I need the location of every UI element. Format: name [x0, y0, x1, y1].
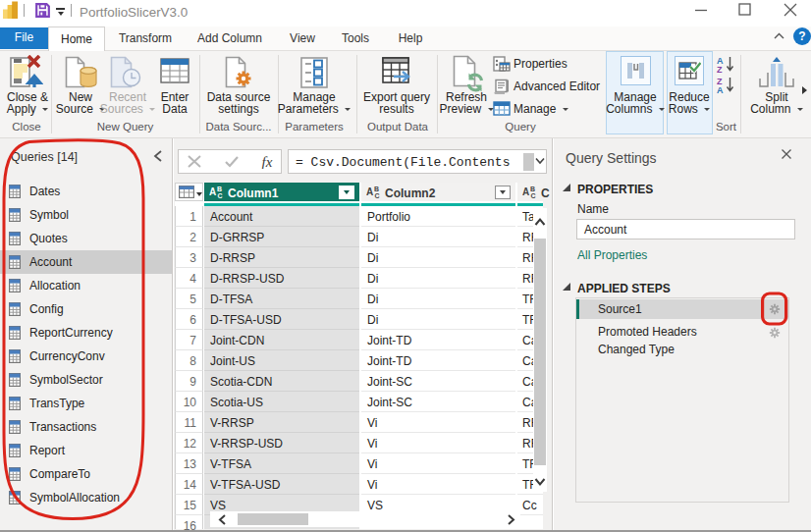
svg-text:B: B — [217, 186, 222, 192]
svg-text:C: C — [375, 192, 380, 199]
svg-text:A: A — [522, 186, 529, 197]
svg-text:Z: Z — [717, 65, 723, 75]
svg-text:fx: fx — [262, 154, 273, 169]
svg-text:A: A — [717, 85, 724, 95]
svg-text:B: B — [530, 186, 535, 192]
svg-text:C: C — [218, 192, 223, 199]
svg-text:A: A — [366, 186, 373, 197]
svg-text:A: A — [209, 186, 216, 197]
svg-text:B: B — [374, 186, 379, 192]
svg-text:C: C — [531, 192, 536, 199]
